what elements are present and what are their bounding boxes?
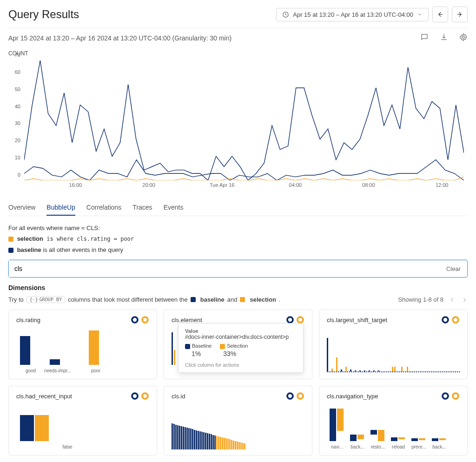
page-prev-button[interactable]	[449, 297, 456, 303]
bubbleup-description: For all events where name = CLS: selecti…	[8, 223, 468, 255]
x-tick: 08:00	[362, 182, 375, 188]
selection-label: selection	[17, 235, 43, 242]
tab-overview[interactable]: Overview	[8, 200, 35, 216]
donut-baseline-icon	[441, 392, 450, 400]
divider	[8, 28, 468, 28]
svg-point-4	[142, 317, 148, 323]
header-actions: Apr 15 at 13:20 – Apr 16 at 13:20 UTC-04…	[276, 7, 468, 22]
tooltip-value: #docs-inner-container>div.docs-content>p	[185, 334, 297, 340]
card-chart-toggle[interactable]	[441, 316, 460, 324]
main-chart-title: COUNT	[8, 50, 468, 57]
card-title: cls.rating	[16, 317, 40, 323]
y-tick: 0	[18, 172, 20, 178]
step-forward-button[interactable]	[452, 7, 468, 22]
dimension-card[interactable]: cls.largest_shift_target	[319, 310, 468, 379]
groupby-chip[interactable]: {·} GROUP BY	[26, 296, 65, 303]
donut-baseline-icon	[131, 316, 139, 324]
header-row: Query Results Apr 15 at 13:20 – Apr 16 a…	[8, 7, 468, 22]
x-axis: 16:0020:00Tue Apr 1604:0008:0012:00	[24, 181, 464, 191]
dimension-card[interactable]: cls.navigation_type navi... back... rest…	[319, 386, 468, 455]
main-chart[interactable]: 010203040506070 16:0020:00Tue Apr 1604:0…	[8, 60, 464, 191]
time-range-picker[interactable]: Apr 15 at 13:20 – Apr 16 at 13:20 UTC-04…	[276, 8, 429, 21]
donut-selection-icon	[141, 316, 149, 324]
tab-bar: OverviewBubbleUpCorrelationsTracesEvents	[8, 200, 468, 216]
svg-point-13	[443, 393, 448, 399]
donut-baseline-icon	[441, 316, 450, 324]
svg-point-12	[298, 393, 303, 399]
selection-cond: is where cls.rating = poor	[43, 236, 134, 242]
arrow-left-icon	[436, 11, 444, 18]
dimension-cards: cls.rating good needs-impr... poor cls.e…	[8, 310, 468, 455]
svg-point-6	[298, 317, 303, 323]
card-chart-toggle[interactable]	[131, 392, 149, 400]
donut-selection-icon	[296, 392, 304, 400]
card-title: cls.navigation_type	[327, 393, 378, 400]
clock-icon	[282, 11, 289, 18]
step-back-button[interactable]	[432, 7, 448, 22]
selection-line: selection is where cls.rating = poor	[8, 233, 468, 244]
tooltip-footer: Click column for actions	[185, 362, 297, 368]
card-title: cls.largest_shift_target	[327, 317, 387, 323]
chevron-down-icon	[417, 12, 423, 17]
tab-bubbleup[interactable]: BubbleUp	[46, 200, 75, 216]
card-title: cls.had_recent_input	[16, 393, 72, 400]
baseline-line: baseline is all other events in the quer…	[8, 244, 468, 255]
y-tick: 30	[15, 120, 20, 126]
card-chart-toggle[interactable]	[441, 392, 460, 400]
comment-icon	[420, 33, 429, 41]
x-tick: Tue Apr 16	[210, 182, 234, 188]
svg-point-14	[453, 393, 458, 399]
dimension-search-input[interactable]	[9, 260, 440, 277]
baseline-swatch-hint	[191, 297, 196, 302]
tab-correlations[interactable]: Correlations	[86, 200, 121, 216]
dimension-card[interactable]: cls.had_recent_input false	[8, 386, 157, 455]
donut-selection-icon	[141, 392, 149, 400]
y-tick: 50	[15, 86, 20, 92]
baseline-cond: is all other events in the query	[41, 246, 123, 253]
donut-baseline-icon	[286, 392, 294, 400]
x-tick: 16:00	[69, 182, 82, 188]
brackets-icon: {·}	[30, 297, 38, 302]
download-icon	[440, 33, 448, 41]
dimension-card[interactable]: cls.element Value #docs-inner-container>…	[164, 310, 312, 379]
x-tick: 20:00	[142, 182, 155, 188]
pager: Showing 1-8 of 8	[398, 296, 468, 303]
svg-point-7	[443, 317, 448, 323]
svg-point-11	[287, 393, 293, 399]
card-chart-toggle[interactable]	[286, 392, 304, 400]
dimension-card[interactable]: cls.id	[164, 386, 312, 455]
card-mini-chart: false	[16, 404, 149, 449]
comment-button[interactable]	[420, 33, 429, 43]
y-tick: 70	[15, 52, 20, 58]
arrow-right-icon	[456, 11, 463, 18]
donut-baseline-icon	[131, 392, 139, 400]
y-axis: 010203040506070	[8, 60, 22, 180]
card-mini-chart: navi... back... resto... reload prere...…	[327, 404, 460, 449]
dimension-search[interactable]: Clear	[8, 260, 468, 277]
download-button[interactable]	[440, 33, 448, 43]
y-tick: 10	[15, 155, 20, 160]
hint-text: Try to {·} GROUP BY columns that look mo…	[8, 296, 280, 303]
x-tick: 04:00	[289, 182, 302, 188]
gear-icon	[459, 33, 468, 41]
settings-button[interactable]	[459, 33, 468, 43]
dimension-card[interactable]: cls.rating good needs-impr... poor	[8, 310, 157, 379]
svg-point-8	[453, 317, 458, 323]
card-chart-toggle[interactable]	[131, 316, 149, 324]
card-head: cls.rating	[16, 316, 149, 324]
search-clear-button[interactable]: Clear	[440, 265, 467, 272]
subheader: Apr 15 2024 at 13:20 – Apr 16 2024 at 13…	[8, 33, 468, 43]
time-range-text: Apr 15 at 13:20 – Apr 16 at 13:20 UTC-04…	[293, 11, 413, 18]
tooltip-baseline-pct: 1%	[192, 350, 201, 357]
tooltip-value-label: Value	[185, 328, 297, 334]
hover-tooltip: Value #docs-inner-container>div.docs-con…	[178, 323, 304, 373]
card-head: cls.id	[172, 392, 304, 400]
donut-selection-icon	[451, 392, 460, 400]
page-next-button[interactable]	[461, 297, 468, 303]
dimensions-label: Dimensions	[8, 284, 468, 291]
svg-point-9	[132, 393, 138, 399]
selection-swatch	[8, 237, 13, 242]
svg-point-5	[287, 317, 293, 323]
tab-traces[interactable]: Traces	[132, 200, 152, 216]
tab-events[interactable]: Events	[164, 200, 184, 216]
